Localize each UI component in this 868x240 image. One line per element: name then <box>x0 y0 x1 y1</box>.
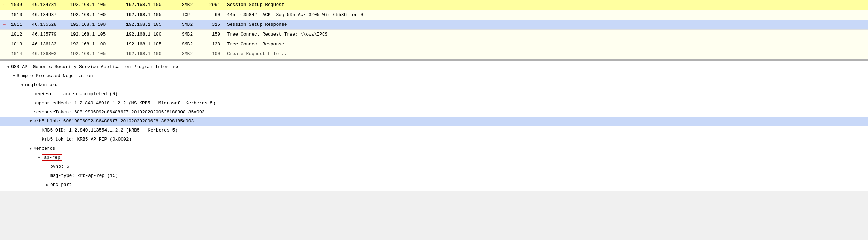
packet-proto: SMB2 <box>179 49 203 59</box>
packet-src: 192.168.1.105 <box>68 0 123 10</box>
packet-time: 46.136303 <box>29 49 68 59</box>
tree-node-label: Simple Protected Negotiation <box>17 73 93 78</box>
packet-time: 46.135528 <box>29 20 68 29</box>
packet-src: 192.168.1.105 <box>68 49 123 59</box>
tree-node-label: Kerberos <box>33 146 55 151</box>
packet-info: Tree Connect Request Tree: \\owa\IPC$ <box>224 29 868 39</box>
packet-dst: 192.168.1.105 <box>123 20 179 29</box>
table-row[interactable]: 1012 46.135779 192.168.1.105 192.168.1.1… <box>0 29 868 39</box>
table-row[interactable]: 1010 46.134937 192.168.1.100 192.168.1.1… <box>0 10 868 20</box>
tree-row[interactable]: supportedMech: 1.2.840.48018.1.2.2 (MS K… <box>0 99 868 108</box>
tree-expander[interactable]: ▼ <box>28 119 33 123</box>
tree-row[interactable]: pvno: 5 <box>0 162 868 171</box>
tree-row[interactable]: responseToken: 60819806092a864886f712010… <box>0 108 868 117</box>
packet-num: 1009 <box>8 0 29 10</box>
tree-node-label: msg-type: krb-ap-rep (15) <box>50 173 118 178</box>
tree-node-label: krb5_tok_id: KRB5_AP_REP (0x0002) <box>42 137 131 142</box>
arrow-indicator: ← <box>0 0 8 10</box>
packet-src: 192.168.1.100 <box>68 10 123 20</box>
packet-dst: 192.168.1.100 <box>123 29 179 39</box>
packet-info: Session Setup Response <box>224 20 868 29</box>
packet-num: 1011 <box>8 20 29 29</box>
packet-list: ← 1009 46.134731 192.168.1.105 192.168.1… <box>0 0 868 59</box>
tree-expander[interactable]: ▼ <box>28 147 33 151</box>
tree-node-label: responseToken: 60819806092a864886f712010… <box>33 110 207 115</box>
tree-node-label: pvno: 5 <box>50 164 69 169</box>
table-row[interactable]: ← 1011 46.135528 192.168.1.100 192.168.1… <box>0 20 868 29</box>
tree-row[interactable]: ▼krb5_blob: 60819806092a864886f712010202… <box>0 117 868 126</box>
tree-expander[interactable]: ▼ <box>20 83 25 87</box>
tree-row[interactable]: krb5_tok_id: KRB5_AP_REP (0x0002) <box>0 135 868 144</box>
tree-node-label: negTokenTarg <box>25 82 58 88</box>
tree-highlight-box: ap-rep <box>42 154 62 161</box>
table-row[interactable]: 1013 46.136133 192.168.1.100 192.168.1.1… <box>0 39 868 49</box>
packet-time: 46.135779 <box>29 29 68 39</box>
packet-dst: 192.168.1.100 <box>123 49 179 59</box>
tree-row[interactable]: ▼negTokenTarg <box>0 81 868 90</box>
packet-proto: SMB2 <box>179 39 203 49</box>
packet-info: Session Setup Request <box>224 0 868 10</box>
tree-row[interactable]: ▼GSS-API Generic Security Service Applic… <box>0 62 868 72</box>
table-row[interactable]: 1014 46.136303 192.168.1.105 192.168.1.1… <box>0 49 868 59</box>
packet-info: Tree Connect Response <box>224 39 868 49</box>
arrow-indicator <box>0 39 8 49</box>
packet-src: 192.168.1.100 <box>68 39 123 49</box>
tree-node-label: ap-rep <box>44 155 60 160</box>
tree-expander[interactable]: ▼ <box>36 156 42 160</box>
tree-expander[interactable]: ▼ <box>11 74 17 78</box>
tree-node-label: krb5_blob: 60819806092a864886f7120102020… <box>33 119 196 124</box>
packet-info: 445 → 35842 [ACK] Seq=505 Ack=3205 Win=6… <box>224 10 868 20</box>
packet-len: 100 <box>203 49 224 59</box>
packet-len: 150 <box>203 29 224 39</box>
tree-row[interactable]: ▶enc-part <box>0 180 868 189</box>
arrow-indicator <box>0 10 8 20</box>
packet-num: 1014 <box>8 49 29 59</box>
packet-dst: 192.168.1.105 <box>123 10 179 20</box>
tree-row[interactable]: negResult: accept-completed (0) <box>0 90 868 99</box>
packet-proto: SMB2 <box>179 0 203 10</box>
packet-len: 138 <box>203 39 224 49</box>
packet-num: 1010 <box>8 10 29 20</box>
tree-expander[interactable]: ▼ <box>6 65 11 69</box>
packet-time: 46.136133 <box>29 39 68 49</box>
packet-num: 1013 <box>8 39 29 49</box>
arrow-indicator <box>0 49 8 59</box>
arrow-indicator: ← <box>0 20 8 29</box>
tree-row[interactable]: ▼ap-rep <box>0 153 868 162</box>
packet-len: 315 <box>203 20 224 29</box>
tree-row[interactable]: KRB5 OID: 1.2.840.113554.1.2.2 (KRB5 – K… <box>0 126 868 135</box>
packet-proto: SMB2 <box>179 29 203 39</box>
packet-time: 46.134937 <box>29 10 68 20</box>
packet-len: 60 <box>203 10 224 20</box>
tree-node-label: enc-part <box>50 182 72 187</box>
packet-info: Create Request File... <box>224 49 868 59</box>
arrow-indicator <box>0 29 8 39</box>
packet-dst: 192.168.1.105 <box>123 39 179 49</box>
packet-proto: SMB2 <box>179 20 203 29</box>
tree-row[interactable]: msg-type: krb-ap-rep (15) <box>0 171 868 180</box>
packet-len: 2991 <box>203 0 224 10</box>
table-row[interactable]: ← 1009 46.134731 192.168.1.105 192.168.1… <box>0 0 868 10</box>
tree-panel: ▼GSS-API Generic Security Service Applic… <box>0 61 868 191</box>
packet-num: 1012 <box>8 29 29 39</box>
tree-node-label: negResult: accept-completed (0) <box>33 91 118 97</box>
tree-node-label: KRB5 OID: 1.2.840.113554.1.2.2 (KRB5 – K… <box>42 128 178 133</box>
tree-node-label: GSS-API Generic Security Service Applica… <box>11 64 180 69</box>
packet-src: 192.168.1.100 <box>68 20 123 29</box>
tree-expander[interactable]: ▶ <box>45 182 50 187</box>
packet-dst: 192.168.1.100 <box>123 0 179 10</box>
packet-proto: TCP <box>179 10 203 20</box>
tree-row[interactable]: ▼Simple Protected Negotiation <box>0 72 868 81</box>
tree-node-label: supportedMech: 1.2.840.48018.1.2.2 (MS K… <box>33 100 216 106</box>
packet-time: 46.134731 <box>29 0 68 10</box>
tree-row[interactable]: ▼Kerberos <box>0 144 868 153</box>
packet-src: 192.168.1.105 <box>68 29 123 39</box>
